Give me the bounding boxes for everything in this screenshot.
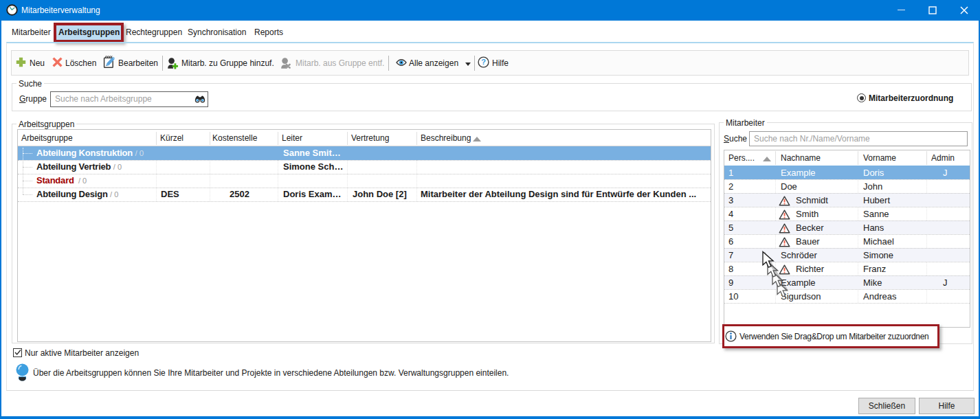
svg-text:?: ? — [481, 58, 486, 66]
